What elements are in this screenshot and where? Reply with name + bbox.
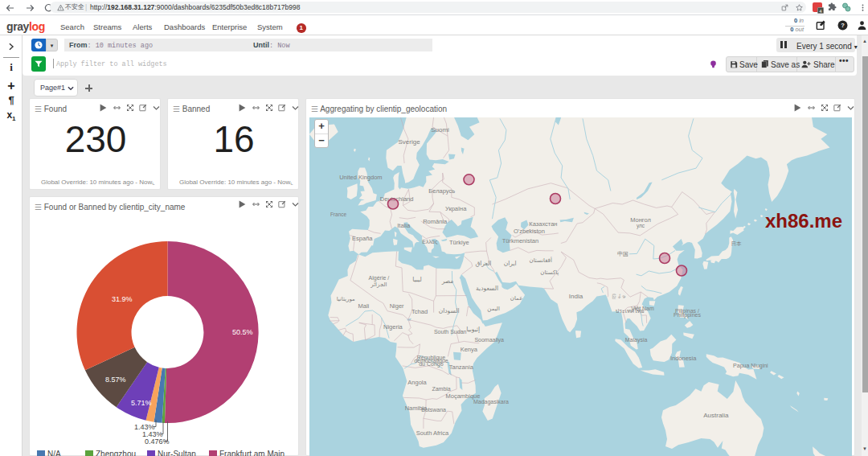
svg-text:Niger: Niger <box>390 302 404 310</box>
svg-text:Казахстан: Казахстан <box>529 220 557 228</box>
svg-text:اليمن: اليمن <box>487 306 500 312</box>
svg-text:Nigeria: Nigeria <box>383 323 403 331</box>
svg-text:?: ? <box>841 22 845 29</box>
svg-text:Soomaaliya: Soomaaliya <box>474 337 504 343</box>
svg-text:Madagasikara: Madagasikara <box>473 399 509 405</box>
svg-text:Suomi: Suomi <box>431 126 449 134</box>
svg-text:ایران: ایران <box>504 260 517 267</box>
svg-text:Zambia: Zambia <box>432 386 450 392</box>
svg-text:السودان: السودان <box>439 307 460 314</box>
svg-text:中国: 中国 <box>617 251 628 257</box>
svg-text:إثيوبيا: إثيوبيا <box>466 326 480 333</box>
svg-text:Malaysia: Malaysia <box>625 337 648 343</box>
svg-text:Sverige: Sverige <box>399 138 421 146</box>
svg-text:Philippines: Philippines <box>674 312 701 318</box>
svg-text:Mali: Mali <box>358 302 370 310</box>
svg-text:Papua Niugini: Papua Niugini <box>733 363 768 369</box>
svg-text:أفغانستان: أفغانستان <box>530 257 552 263</box>
svg-text:xh86.me: xh86.me <box>765 210 842 232</box>
svg-text:du Congo: du Congo <box>419 361 443 368</box>
svg-text:ليبيا: ليبيا <box>412 276 421 283</box>
svg-text:Ελλάς: Ελλάς <box>422 239 438 245</box>
svg-text:Türkmenistan: Türkmenistan <box>502 237 538 244</box>
svg-text:Tchad: Tchad <box>411 308 428 315</box>
svg-text:Algérie /: Algérie / <box>369 275 390 281</box>
svg-text:улс: улс <box>637 223 645 229</box>
svg-text:عمان: عمان <box>510 295 523 301</box>
svg-text:Botswana: Botswana <box>421 407 446 413</box>
svg-text:France: France <box>330 212 347 217</box>
svg-text:Italia: Italia <box>397 222 411 229</box>
svg-text:United Kingdom: United Kingdom <box>339 174 382 181</box>
svg-text:România: România <box>423 218 448 225</box>
svg-text:مصر: مصر <box>441 277 454 285</box>
svg-text:Беларусь: Беларусь <box>428 187 455 195</box>
svg-text:Australia: Australia <box>703 412 729 419</box>
svg-text:South Sudan: South Sudan <box>434 329 467 335</box>
svg-text:日本: 日本 <box>731 240 742 246</box>
svg-text:South Africa: South Africa <box>416 429 449 437</box>
svg-text:Angola: Angola <box>407 379 427 386</box>
svg-text:မြန်မာ: မြန်မာ <box>611 294 625 299</box>
svg-text:Kenya: Kenya <box>461 346 478 353</box>
svg-text:O'zbekiston: O'zbekiston <box>514 228 545 235</box>
svg-text:Türkiye: Türkiye <box>449 239 469 246</box>
svg-text:موريتانيا: موريتانيا <box>337 296 355 302</box>
svg-text:پاکستان: پاکستان <box>540 269 559 276</box>
svg-text:España: España <box>352 235 373 242</box>
svg-text:السعودية: السعودية <box>476 285 498 292</box>
svg-text:الجزائر: الجزائر <box>370 281 387 288</box>
svg-text:ประเทศไทย: ประเทศไทย <box>616 307 645 314</box>
svg-text:Tanzania: Tanzania <box>449 364 474 371</box>
svg-text:العراق: العراق <box>475 260 491 267</box>
svg-text:India: India <box>569 293 583 300</box>
svg-text:Indonesia: Indonesia <box>670 355 697 362</box>
svg-text:Україна: Україна <box>445 205 467 212</box>
